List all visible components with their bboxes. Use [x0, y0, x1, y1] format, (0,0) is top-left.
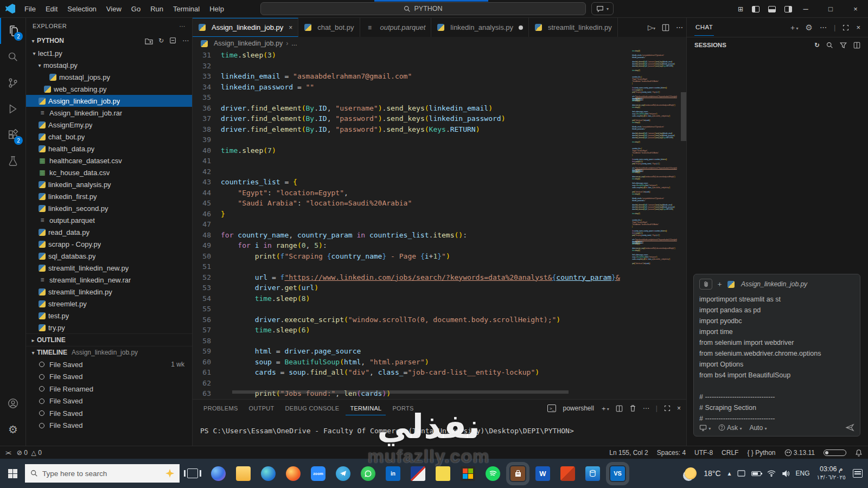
tree-item[interactable]: test.py [26, 310, 192, 322]
toggle-primary-sidebar-icon[interactable] [752, 6, 760, 12]
testing-activity-icon[interactable] [0, 148, 26, 174]
account-icon[interactable] [0, 390, 26, 416]
tree-item[interactable]: health_data.py [26, 143, 192, 155]
editor-horizontal-scrollbar[interactable] [232, 390, 569, 394]
new-folder-icon[interactable] [145, 37, 153, 44]
split-editor-icon[interactable] [662, 24, 669, 31]
split-view-icon[interactable] [853, 42, 860, 49]
tree-item[interactable]: AssignEmy.py [26, 119, 192, 131]
send-button[interactable] [845, 423, 854, 432]
tree-item[interactable]: ▦kc_house_data.csv [26, 166, 192, 178]
minimap[interactable]: 31time.sleep(3)3233linkedin_email = "asm… [632, 50, 680, 283]
panel-tab-output[interactable]: OUTPUT [245, 402, 279, 415]
panel-tab-problems[interactable]: PROBLEMS [199, 402, 242, 415]
editor-more-icon[interactable]: ⋯ [676, 23, 683, 31]
panel-tab-debug-console[interactable]: DEBUG CONSOLE [281, 402, 344, 415]
menu-file[interactable]: File [20, 3, 41, 15]
tree-item[interactable]: try.py [26, 322, 192, 333]
breadcrumb[interactable]: Assign_linkedin_job.py › ... [193, 37, 686, 50]
refresh-icon[interactable]: ↻ [158, 37, 164, 44]
taskbar-app-telegram[interactable] [336, 466, 350, 481]
cursor-position[interactable]: Ln 155, Col 2 [609, 449, 648, 457]
taskbar-clock[interactable]: 03:06 م ١٣/٠٦/٢٠٢٥ [817, 465, 846, 481]
status-slider[interactable] [824, 450, 846, 456]
timeline-item[interactable]: File Renamed [26, 383, 192, 395]
tree-item[interactable]: Assign_linkedin_job.py [26, 95, 192, 107]
search-activity-icon[interactable] [0, 44, 26, 70]
customize-layout-icon[interactable]: ⊞ [738, 5, 743, 13]
panel-tab-ports[interactable]: PORTS [388, 402, 418, 415]
new-chat-icon[interactable]: ＋▾ [789, 23, 799, 33]
notifications-bell-icon[interactable] [855, 449, 863, 457]
tray-chevron-icon[interactable]: ▴ [728, 470, 731, 477]
editor-tab[interactable]: linkedin_analysis.py [431, 18, 529, 37]
run-debug-activity-icon[interactable] [0, 96, 26, 122]
mode-picker[interactable]: Ask ▾ [718, 424, 742, 432]
taskbar-app-ms-store[interactable] [510, 466, 525, 481]
filter-icon[interactable] [840, 42, 847, 49]
tree-item[interactable]: streamlit_linkedin_new.py [26, 262, 192, 274]
keyboard-language[interactable]: ENG [796, 470, 810, 477]
chat-tab[interactable]: CHAT [694, 19, 714, 36]
tree-item[interactable]: ≡streamlit_linkedin_new.rar [26, 274, 192, 286]
volume-icon[interactable] [782, 470, 790, 477]
editor-tab[interactable]: Assign_linkedin_job.py× [193, 18, 298, 37]
tree-item[interactable]: streamlit_linkedin.py [26, 286, 192, 298]
taskbar-app-vscode[interactable]: VS [610, 466, 625, 481]
action-center-icon[interactable] [853, 469, 863, 478]
python-interpreter-status[interactable]: 3.13.11 [784, 449, 815, 457]
remote-indicator-icon[interactable]: >< [5, 450, 10, 456]
close-chat-icon[interactable]: × [856, 23, 860, 31]
views-more-icon[interactable]: ⋯ [182, 37, 189, 44]
start-button[interactable] [0, 459, 25, 488]
shell-label[interactable]: powershell [563, 404, 593, 412]
close-button[interactable]: × [843, 0, 868, 18]
explorer-activity-icon[interactable]: 2 [0, 18, 26, 44]
collapse-all-icon[interactable] [169, 37, 177, 44]
panel-tab-terminal[interactable]: TERMINAL [346, 402, 386, 415]
minimize-button[interactable]: ─ [793, 0, 818, 18]
chat-more-icon[interactable]: ⋯ [820, 23, 827, 31]
tree-item[interactable]: read_data.py [26, 226, 192, 238]
weather-temp[interactable]: 18°C [704, 469, 720, 478]
tree-item[interactable]: linkedin_analysis.py [26, 178, 192, 190]
tree-item[interactable]: sql_databas.py [26, 250, 192, 262]
code-editor[interactable]: 31time.sleep(3)3233linkedin_email = "asm… [193, 50, 632, 399]
close-tab-icon[interactable]: × [289, 24, 292, 31]
timeline-item[interactable]: File Saved1 wk [26, 358, 192, 371]
panel-more-icon[interactable]: ⋯ [643, 404, 649, 412]
outline-section[interactable]: ▸ OUTLINE [26, 333, 192, 346]
menu-selection[interactable]: Selection [62, 3, 101, 15]
eol-status[interactable]: CRLF [722, 449, 738, 457]
taskbar-app-microsoft[interactable] [461, 466, 475, 481]
run-python-file-icon[interactable]: ▷▾ [648, 23, 655, 31]
taskbar-app-firefox[interactable] [286, 466, 301, 481]
taskbar-app-sticky-notes[interactable] [436, 466, 450, 481]
taskbar-app-word[interactable]: W [535, 466, 550, 481]
tree-item[interactable]: linkedin_first.py [26, 190, 192, 202]
explorer-more-icon[interactable]: ⋯ [180, 23, 186, 30]
taskbar-app-office[interactable] [560, 466, 575, 481]
menu-terminal[interactable]: Terminal [168, 3, 205, 15]
editor-scrollbar[interactable] [681, 50, 686, 399]
extensions-activity-icon[interactable]: 2 [0, 122, 26, 148]
chat-settings-icon[interactable]: ⚙ [806, 23, 813, 33]
menu-view[interactable]: View [101, 3, 126, 15]
taskbar-search-box[interactable]: Type here to search [25, 464, 180, 483]
editor-tab[interactable]: ≡output.parquet [360, 18, 432, 37]
taskbar-app-linkedin[interactable]: in [386, 466, 400, 481]
timeline-section[interactable]: ▾ TIMELINE Assign_linkedin_job.py [26, 346, 192, 358]
tree-item[interactable]: chat_bot.py [26, 131, 192, 143]
maximize-panel-icon[interactable] [664, 405, 671, 412]
split-terminal-icon[interactable] [616, 405, 623, 412]
editor-tab[interactable]: streamlit_linkedin.py [529, 18, 618, 37]
attach-context-button[interactable] [699, 279, 712, 290]
menu-help[interactable]: Help [205, 3, 229, 15]
taskbar-app-edge[interactable] [261, 466, 276, 481]
maximize-button[interactable]: □ [818, 0, 843, 18]
taskbar-app-copilot[interactable] [211, 466, 226, 481]
command-center-search[interactable]: PYTHON [260, 2, 586, 15]
model-picker[interactable]: ▾ [699, 424, 711, 432]
tree-item[interactable]: ≡output.parquet [26, 214, 192, 226]
tablet-icon[interactable] [737, 470, 745, 477]
